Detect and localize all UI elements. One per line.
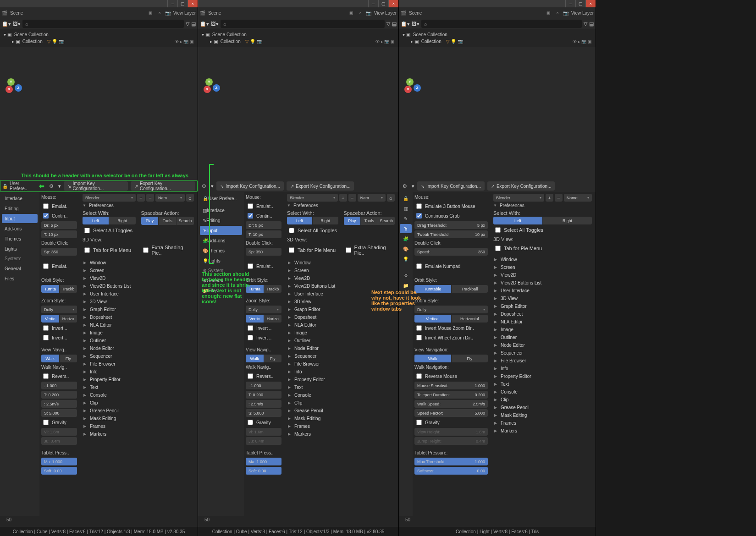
- walkspeed-field[interactable]: : 2.5m/s: [246, 400, 281, 408]
- zoom-style-drop[interactable]: Dolly▾: [246, 306, 281, 313]
- frame-num[interactable]: 50: [405, 517, 410, 522]
- filter-icon[interactable]: ▽: [386, 21, 390, 27]
- zoom-axis-seg[interactable]: VerticalHorizontal: [414, 315, 488, 323]
- tab-editing[interactable]: ✎ Editing: [200, 216, 242, 225]
- gizmo-x[interactable]: X: [404, 86, 412, 93]
- filter-drop[interactable]: Name▾: [564, 194, 592, 202]
- gizmo-z[interactable]: Z: [414, 84, 421, 92]
- maximize-button[interactable]: ▢: [575, 0, 585, 7]
- outliner-mode-icon[interactable]: 📋▾: [401, 21, 410, 27]
- jumpheight-field[interactable]: Ju: 0.4m: [41, 437, 77, 445]
- invert-mouse-check[interactable]: Invert ..: [41, 324, 77, 332]
- cat-frames[interactable]: ▶Frames: [83, 422, 194, 430]
- gizmo-y[interactable]: Y: [205, 78, 213, 86]
- tab-input[interactable]: Input: [2, 214, 38, 223]
- cat-screen[interactable]: ▶Screen: [287, 267, 395, 274]
- walkspeed-field[interactable]: : 2.5m/s: [41, 400, 77, 408]
- cat-node[interactable]: ▶Node Editor: [493, 341, 592, 349]
- drag-threshold-field[interactable]: Dr: 5 px: [246, 221, 281, 229]
- softness-field[interactable]: Softness:0.00: [414, 467, 488, 475]
- cat-mask[interactable]: ▶Mask Editing: [493, 411, 592, 419]
- tab-themes[interactable]: Themes: [2, 234, 38, 243]
- tab-addons[interactable]: 🧩 Add-ons: [200, 236, 242, 245]
- cat-clip[interactable]: ▶Clip: [287, 399, 395, 406]
- viewheight-field[interactable]: Vi: 1.6m: [246, 428, 281, 436]
- minimize-button[interactable]: –: [167, 0, 177, 7]
- frame-num[interactable]: 50: [204, 517, 210, 522]
- cat-window[interactable]: ▶Window: [493, 256, 592, 263]
- cat-node[interactable]: ▶Node Editor: [287, 345, 395, 352]
- viewlayer-label[interactable]: View Layer: [374, 11, 397, 16]
- filter-toggle-icon[interactable]: ▤: [589, 21, 594, 27]
- maximize-button[interactable]: ▢: [378, 0, 388, 7]
- filter-icon[interactable]: ▽: [584, 21, 587, 27]
- navig-mode-seg[interactable]: WalkFly: [246, 355, 281, 362]
- cat-3dview[interactable]: ▶3D View: [83, 298, 194, 305]
- gravity-check[interactable]: Gravity: [246, 418, 281, 427]
- user-prefs-link[interactable]: 🔒 User Prefere..: [2, 181, 36, 191]
- cat-image[interactable]: ▶Image: [287, 329, 395, 336]
- gizmo-x[interactable]: X: [204, 86, 211, 93]
- gear-icon[interactable]: ⚙: [200, 182, 208, 190]
- minimize-button[interactable]: –: [565, 0, 575, 7]
- tab-files[interactable]: 📁: [400, 281, 412, 290]
- cat-text[interactable]: ▶Text: [287, 383, 395, 391]
- preset-drop[interactable]: Blender▾: [83, 194, 136, 202]
- cat-info[interactable]: ▶Info: [287, 368, 395, 375]
- viewport[interactable]: X Y Z: [399, 47, 596, 180]
- tab-editing[interactable]: Editing: [2, 204, 38, 213]
- tab-input[interactable]: 🖱 Input: [200, 226, 242, 235]
- tab-addons[interactable]: Add-ons: [2, 224, 38, 233]
- cat-console[interactable]: ▶Console: [83, 391, 194, 399]
- cat-property[interactable]: ▶Property Editor: [83, 376, 194, 383]
- close-button[interactable]: ×: [585, 0, 596, 7]
- cat-sequencer[interactable]: ▶Sequencer: [493, 349, 592, 356]
- mouse-sens-field[interactable]: : 1.000: [41, 382, 77, 389]
- tab-pie-check[interactable]: Tab for Pie Menu: [493, 244, 592, 252]
- tweak-threshold-field[interactable]: T: 10 px: [246, 230, 281, 238]
- minimize-button[interactable]: –: [368, 0, 378, 7]
- emulate-numpad-check[interactable]: Emulat..: [246, 262, 281, 270]
- cat-frames[interactable]: ▶Frames: [287, 422, 395, 430]
- import-keyconfig-button[interactable]: ↘Import Key Configuration...: [64, 181, 128, 191]
- gizmo-x[interactable]: X: [6, 86, 13, 93]
- cat-ui[interactable]: ▶User Interface: [83, 290, 194, 297]
- viewport[interactable]: X Y Z: [198, 47, 398, 180]
- tab-lights[interactable]: 💡: [400, 254, 412, 263]
- tab-themes[interactable]: 🎨: [400, 244, 412, 253]
- invert-mouse-check[interactable]: Invert Mouse Zoom Dir..: [414, 324, 488, 332]
- gizmo-z[interactable]: Z: [213, 84, 220, 92]
- reverse-mouse-check[interactable]: Revers..: [246, 372, 281, 380]
- softness-field[interactable]: Soft: 0.00: [41, 467, 77, 475]
- collection-row[interactable]: ▸ ▣Collection▽ 💡 📷👁 ▸ 📷 ▣: [403, 38, 592, 45]
- select-all-toggles-check[interactable]: Select All Toggles: [287, 226, 395, 235]
- max-thresh-field[interactable]: Ma: 1.000: [246, 458, 281, 465]
- cat-mask[interactable]: ▶Mask Editing: [83, 415, 194, 422]
- invert-wheel-check[interactable]: Invert ..: [246, 334, 281, 342]
- scene-close-icon[interactable]: ▣: [348, 11, 355, 15]
- scene-close-icon[interactable]: ▣: [147, 11, 154, 15]
- export-keyconfig-button[interactable]: ↗Export Key Configuration...: [487, 181, 555, 191]
- outliner-mode-icon[interactable]: 📋▾: [2, 21, 11, 27]
- tab-interface[interactable]: ▥ Interface: [200, 206, 242, 215]
- cat-image[interactable]: ▶Image: [83, 329, 194, 336]
- cat-nla[interactable]: ▶NLA Editor: [493, 318, 592, 325]
- cat-dopesheet[interactable]: ▶Dopesheet: [493, 310, 592, 317]
- softness-field[interactable]: Soft: 0.00: [246, 467, 281, 475]
- mouse-sens-field[interactable]: : 1.000: [246, 382, 281, 389]
- cat-console[interactable]: ▶Console: [493, 388, 592, 395]
- filter-drop[interactable]: Nam▾: [155, 194, 185, 202]
- cat-graph[interactable]: ▶Graph Editor: [83, 306, 194, 313]
- preset-add-button[interactable]: +: [137, 194, 145, 202]
- viewheight-field[interactable]: Vi: 1.6m: [41, 428, 77, 436]
- cat-nla[interactable]: ▶NLA Editor: [287, 321, 395, 328]
- outliner-mode-icon[interactable]: 📋▾: [200, 21, 209, 27]
- emulate-3btn-check[interactable]: Emulat..: [41, 202, 77, 210]
- cat-dopesheet[interactable]: ▶Dopesheet: [83, 313, 194, 321]
- cat-console[interactable]: ▶Console: [287, 391, 395, 399]
- tab-pie-check[interactable]: Tab for Pie Menu: [287, 245, 338, 256]
- nav-gizmo[interactable]: X Y Z: [201, 76, 219, 94]
- viewheight-field[interactable]: View Height:1.6m: [414, 428, 488, 436]
- select-all-toggles-check[interactable]: Select All Toggles: [493, 226, 592, 234]
- continuous-grab-check[interactable]: Continuous Grab: [414, 212, 488, 220]
